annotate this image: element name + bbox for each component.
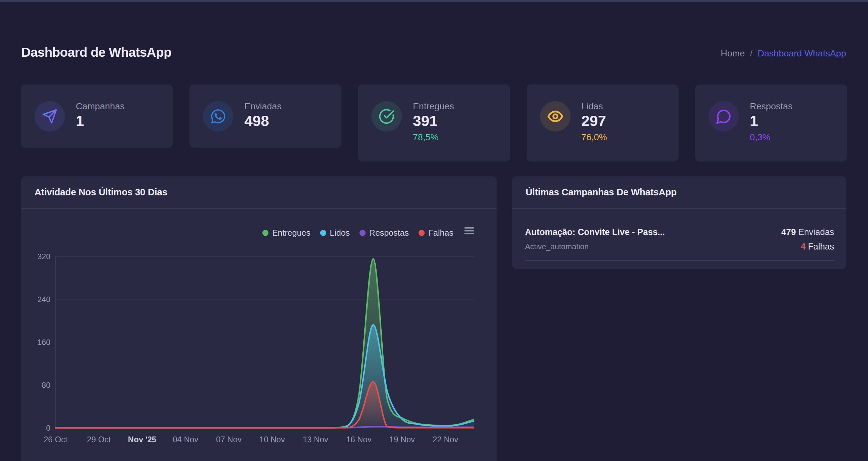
- activity-chart-card: Atividade Nos Últimos 30 Dias EntreguesL…: [21, 176, 497, 461]
- svg-text:07 Nov: 07 Nov: [216, 435, 242, 444]
- stat-percentage: 78,5%: [413, 131, 454, 144]
- stat-label: Lidas: [582, 101, 607, 112]
- stat-label: Entregues: [413, 101, 454, 112]
- campaign-name: Automação: Convite Live - Pass...: [525, 227, 665, 238]
- stat-value: 297: [582, 112, 607, 130]
- activity-card-title: Atividade Nos Últimos 30 Dias: [34, 187, 167, 198]
- chat-bubble-icon: [709, 101, 739, 132]
- window-top-edge: [0, 0, 868, 2]
- activity-area-chart: 08016024032026 Oct29 OctNov '2504 Nov07 …: [34, 248, 474, 451]
- legend-label: Respostas: [369, 228, 409, 238]
- whatsapp-icon: [203, 101, 233, 132]
- legend-label: Lidos: [330, 228, 350, 238]
- legend-item-falhas[interactable]: Falhas: [418, 228, 453, 238]
- hamburger-menu-icon[interactable]: [464, 227, 474, 234]
- svg-text:160: 160: [37, 338, 50, 347]
- svg-text:320: 320: [37, 252, 50, 261]
- stat-value: 1: [76, 112, 125, 130]
- campaign-item-divider: [525, 260, 834, 261]
- page-title: Dashboard de WhatsApp: [21, 45, 171, 60]
- breadcrumb-current-link[interactable]: Dashboard WhatsApp: [757, 48, 846, 59]
- legend-dot: [320, 230, 326, 236]
- legend-item-entregues[interactable]: Entregues: [262, 228, 310, 238]
- stat-card-enviadas: Enviadas 498: [189, 85, 341, 147]
- check-circle-icon: [371, 101, 402, 132]
- activity-card-header: Atividade Nos Últimos 30 Dias: [21, 176, 497, 208]
- stat-percentage: 0,3%: [750, 131, 793, 144]
- svg-text:240: 240: [37, 295, 50, 304]
- stat-value: 498: [244, 112, 281, 130]
- svg-text:10 Nov: 10 Nov: [259, 435, 285, 444]
- stat-value: 391: [413, 112, 454, 130]
- legend-label: Falhas: [428, 228, 453, 238]
- stat-card-respostas: Respostas 1 0,3%: [695, 85, 847, 162]
- svg-text:19 Nov: 19 Nov: [390, 435, 415, 444]
- svg-text:13 Nov: 13 Nov: [303, 435, 329, 444]
- stat-percentage: 76,0%: [582, 131, 607, 144]
- campaign-failed-stat: 4 Falhas: [781, 242, 834, 252]
- breadcrumb: Home / Dashboard WhatsApp: [721, 48, 846, 59]
- svg-text:Nov '25: Nov '25: [128, 435, 156, 444]
- svg-text:0: 0: [46, 424, 50, 432]
- campaign-sent-stat: 479 Enviadas: [781, 227, 834, 238]
- legend-dot: [360, 230, 366, 236]
- campaigns-card-header: Últimas Campanhas De WhatsApp: [512, 176, 846, 208]
- breadcrumb-home-link[interactable]: Home: [721, 48, 745, 59]
- campaign-sent-label: Enviadas: [798, 227, 834, 237]
- campaign-failed-label: Falhas: [808, 242, 834, 252]
- svg-text:04 Nov: 04 Nov: [173, 435, 198, 444]
- stat-card-campanhas: Campanhas 1: [21, 85, 173, 147]
- stat-label: Enviadas: [244, 101, 281, 112]
- svg-text:26 Oct: 26 Oct: [43, 435, 67, 444]
- breadcrumb-separator: /: [750, 48, 752, 59]
- stat-label: Respostas: [750, 101, 793, 112]
- stat-card-lidas: Lidas 297 76,0%: [527, 85, 679, 162]
- eye-icon: [540, 101, 570, 132]
- svg-text:22 Nov: 22 Nov: [433, 435, 459, 444]
- campaigns-card: Últimas Campanhas De WhatsApp Automação:…: [512, 176, 846, 269]
- legend-dot: [262, 230, 269, 236]
- legend-label: Entregues: [272, 228, 310, 238]
- send-icon: [34, 101, 65, 132]
- svg-text:16 Nov: 16 Nov: [346, 435, 372, 444]
- campaign-subtitle: Active_automation: [525, 242, 665, 252]
- legend-dot: [418, 230, 425, 236]
- campaign-failed-value: 4: [801, 242, 805, 252]
- stat-value: 1: [750, 112, 793, 130]
- campaign-list-item[interactable]: Automação: Convite Live - Pass... Active…: [512, 208, 846, 261]
- legend-item-respostas[interactable]: Respostas: [360, 228, 409, 238]
- stat-label: Campanhas: [76, 101, 125, 112]
- campaigns-card-title: Últimas Campanhas De WhatsApp: [526, 187, 677, 198]
- svg-text:80: 80: [42, 381, 50, 389]
- legend-item-lidos[interactable]: Lidos: [320, 228, 350, 238]
- campaign-sent-value: 479: [781, 227, 796, 237]
- svg-text:29 Oct: 29 Oct: [87, 435, 111, 444]
- stat-card-entregues: Entregues 391 78,5%: [358, 85, 510, 162]
- chart-legend: EntreguesLidosRespostasFalhas: [262, 228, 474, 238]
- stats-row: Campanhas 1 Enviadas 498 Entregues 391 7…: [21, 85, 847, 162]
